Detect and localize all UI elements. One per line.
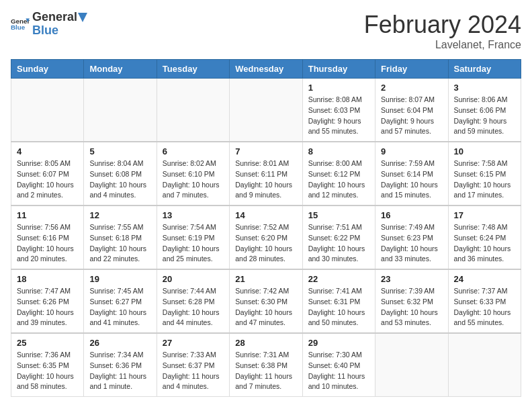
calendar-week-3: 11Sunrise: 7:56 AM Sunset: 6:16 PM Dayli… — [11, 205, 521, 269]
calendar-cell — [157, 79, 229, 142]
day-info: Sunrise: 7:36 AM Sunset: 6:35 PM Dayligh… — [17, 350, 78, 392]
calendar-cell: 23Sunrise: 7:39 AM Sunset: 6:32 PM Dayli… — [375, 269, 448, 333]
day-info: Sunrise: 7:39 AM Sunset: 6:32 PM Dayligh… — [381, 286, 442, 328]
day-info: Sunrise: 8:06 AM Sunset: 6:06 PM Dayligh… — [454, 95, 515, 137]
day-info: Sunrise: 7:34 AM Sunset: 6:36 PM Dayligh… — [89, 350, 150, 392]
day-number: 29 — [308, 338, 369, 348]
logo-text: General — [32, 11, 88, 24]
day-info: Sunrise: 7:48 AM Sunset: 6:24 PM Dayligh… — [454, 222, 515, 265]
day-number: 13 — [163, 210, 224, 220]
day-number: 16 — [381, 210, 442, 220]
day-number: 21 — [235, 274, 296, 284]
calendar-cell: 24Sunrise: 7:37 AM Sunset: 6:33 PM Dayli… — [448, 269, 521, 333]
calendar-cell: 28Sunrise: 7:31 AM Sunset: 6:38 PM Dayli… — [230, 333, 302, 397]
calendar-cell: 2Sunrise: 8:07 AM Sunset: 6:04 PM Daylig… — [375, 79, 448, 142]
day-number: 10 — [454, 146, 515, 156]
calendar-cell: 10Sunrise: 7:58 AM Sunset: 6:15 PM Dayli… — [448, 142, 521, 205]
day-info: Sunrise: 7:37 AM Sunset: 6:33 PM Dayligh… — [454, 286, 515, 328]
day-info: Sunrise: 7:49 AM Sunset: 6:23 PM Dayligh… — [381, 222, 442, 265]
calendar-cell: 15Sunrise: 7:51 AM Sunset: 6:22 PM Dayli… — [302, 205, 375, 269]
calendar-cell: 22Sunrise: 7:41 AM Sunset: 6:31 PM Dayli… — [302, 269, 375, 333]
day-info: Sunrise: 8:08 AM Sunset: 6:03 PM Dayligh… — [308, 95, 369, 137]
day-number: 9 — [381, 146, 442, 156]
svg-marker-3 — [78, 13, 87, 22]
svg-text:Blue: Blue — [11, 24, 26, 31]
logo: General Blue General Blue — [11, 11, 88, 38]
logo-icon: General Blue — [11, 15, 30, 34]
calendar-cell: 17Sunrise: 7:48 AM Sunset: 6:24 PM Dayli… — [448, 205, 521, 269]
day-info: Sunrise: 7:59 AM Sunset: 6:14 PM Dayligh… — [381, 158, 442, 201]
day-info: Sunrise: 8:04 AM Sunset: 6:08 PM Dayligh… — [89, 158, 150, 201]
weekday-header-tuesday: Tuesday — [157, 60, 229, 79]
day-number: 15 — [308, 210, 369, 220]
weekday-header-saturday: Saturday — [448, 60, 521, 79]
day-number: 20 — [163, 274, 224, 284]
calendar-cell: 11Sunrise: 7:56 AM Sunset: 6:16 PM Dayli… — [11, 205, 84, 269]
day-number: 17 — [454, 210, 515, 220]
month-title: February 2024 — [364, 11, 521, 39]
calendar-cell: 3Sunrise: 8:06 AM Sunset: 6:06 PM Daylig… — [448, 79, 521, 142]
day-info: Sunrise: 7:52 AM Sunset: 6:20 PM Dayligh… — [235, 222, 296, 265]
calendar-cell — [230, 79, 302, 142]
day-number: 6 — [163, 146, 224, 156]
calendar-cell — [448, 333, 521, 397]
weekday-header-monday: Monday — [84, 60, 157, 79]
calendar-cell: 21Sunrise: 7:42 AM Sunset: 6:30 PM Dayli… — [230, 269, 302, 333]
calendar-cell: 5Sunrise: 8:04 AM Sunset: 6:08 PM Daylig… — [84, 142, 157, 205]
day-info: Sunrise: 7:45 AM Sunset: 6:27 PM Dayligh… — [89, 286, 150, 328]
day-number: 4 — [17, 146, 78, 156]
calendar-week-4: 18Sunrise: 7:47 AM Sunset: 6:26 PM Dayli… — [11, 269, 521, 333]
day-info: Sunrise: 7:30 AM Sunset: 6:40 PM Dayligh… — [308, 350, 369, 392]
calendar-week-1: 1Sunrise: 8:08 AM Sunset: 6:03 PM Daylig… — [11, 79, 521, 142]
day-number: 7 — [235, 146, 296, 156]
day-info: Sunrise: 8:05 AM Sunset: 6:07 PM Dayligh… — [17, 158, 78, 201]
calendar-cell: 26Sunrise: 7:34 AM Sunset: 6:36 PM Dayli… — [84, 333, 157, 397]
day-info: Sunrise: 8:02 AM Sunset: 6:10 PM Dayligh… — [163, 158, 224, 201]
calendar-cell: 12Sunrise: 7:55 AM Sunset: 6:18 PM Dayli… — [84, 205, 157, 269]
day-info: Sunrise: 7:31 AM Sunset: 6:38 PM Dayligh… — [235, 350, 296, 392]
day-number: 28 — [235, 338, 296, 348]
day-number: 5 — [89, 146, 150, 156]
weekday-header-friday: Friday — [375, 60, 448, 79]
page-header: General Blue General Blue February 2024 … — [11, 11, 521, 51]
calendar-cell: 18Sunrise: 7:47 AM Sunset: 6:26 PM Dayli… — [11, 269, 84, 333]
logo-subtext: Blue — [32, 24, 88, 38]
weekday-header-wednesday: Wednesday — [230, 60, 302, 79]
weekday-header-thursday: Thursday — [302, 60, 375, 79]
calendar-cell: 9Sunrise: 7:59 AM Sunset: 6:14 PM Daylig… — [375, 142, 448, 205]
day-info: Sunrise: 8:07 AM Sunset: 6:04 PM Dayligh… — [381, 95, 442, 137]
day-info: Sunrise: 7:56 AM Sunset: 6:16 PM Dayligh… — [17, 222, 78, 265]
calendar-cell: 25Sunrise: 7:36 AM Sunset: 6:35 PM Dayli… — [11, 333, 84, 397]
calendar-cell — [84, 79, 157, 142]
day-number: 18 — [17, 274, 78, 284]
day-number: 26 — [89, 338, 150, 348]
day-info: Sunrise: 7:58 AM Sunset: 6:15 PM Dayligh… — [454, 158, 515, 201]
calendar-cell: 20Sunrise: 7:44 AM Sunset: 6:28 PM Dayli… — [157, 269, 229, 333]
day-number: 12 — [89, 210, 150, 220]
calendar-cell: 1Sunrise: 8:08 AM Sunset: 6:03 PM Daylig… — [302, 79, 375, 142]
calendar-cell: 29Sunrise: 7:30 AM Sunset: 6:40 PM Dayli… — [302, 333, 375, 397]
day-info: Sunrise: 7:42 AM Sunset: 6:30 PM Dayligh… — [235, 286, 296, 328]
day-number: 14 — [235, 210, 296, 220]
day-info: Sunrise: 7:55 AM Sunset: 6:18 PM Dayligh… — [89, 222, 150, 265]
weekday-header-sunday: Sunday — [11, 60, 84, 79]
day-info: Sunrise: 7:47 AM Sunset: 6:26 PM Dayligh… — [17, 286, 78, 328]
calendar-cell: 27Sunrise: 7:33 AM Sunset: 6:37 PM Dayli… — [157, 333, 229, 397]
day-number: 27 — [163, 338, 224, 348]
day-number: 22 — [308, 274, 369, 284]
day-info: Sunrise: 7:44 AM Sunset: 6:28 PM Dayligh… — [163, 286, 224, 328]
location: Lavelanet, France — [364, 39, 521, 51]
day-number: 1 — [308, 83, 369, 93]
calendar-week-5: 25Sunrise: 7:36 AM Sunset: 6:35 PM Dayli… — [11, 333, 521, 397]
calendar-cell: 13Sunrise: 7:54 AM Sunset: 6:19 PM Dayli… — [157, 205, 229, 269]
title-area: February 2024 Lavelanet, France — [364, 11, 521, 51]
day-info: Sunrise: 7:51 AM Sunset: 6:22 PM Dayligh… — [308, 222, 369, 265]
calendar-cell: 8Sunrise: 8:00 AM Sunset: 6:12 PM Daylig… — [302, 142, 375, 205]
day-number: 19 — [89, 274, 150, 284]
day-info: Sunrise: 7:41 AM Sunset: 6:31 PM Dayligh… — [308, 286, 369, 328]
calendar-cell — [11, 79, 84, 142]
calendar-cell — [375, 333, 448, 397]
day-info: Sunrise: 7:54 AM Sunset: 6:19 PM Dayligh… — [163, 222, 224, 265]
calendar-cell: 7Sunrise: 8:01 AM Sunset: 6:11 PM Daylig… — [230, 142, 302, 205]
calendar-cell: 14Sunrise: 7:52 AM Sunset: 6:20 PM Dayli… — [230, 205, 302, 269]
